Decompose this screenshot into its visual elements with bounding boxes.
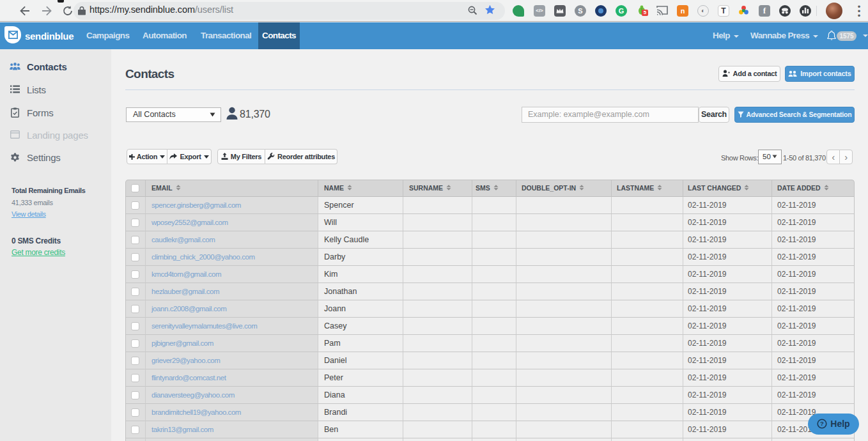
svg-text:?: ? bbox=[820, 420, 824, 427]
